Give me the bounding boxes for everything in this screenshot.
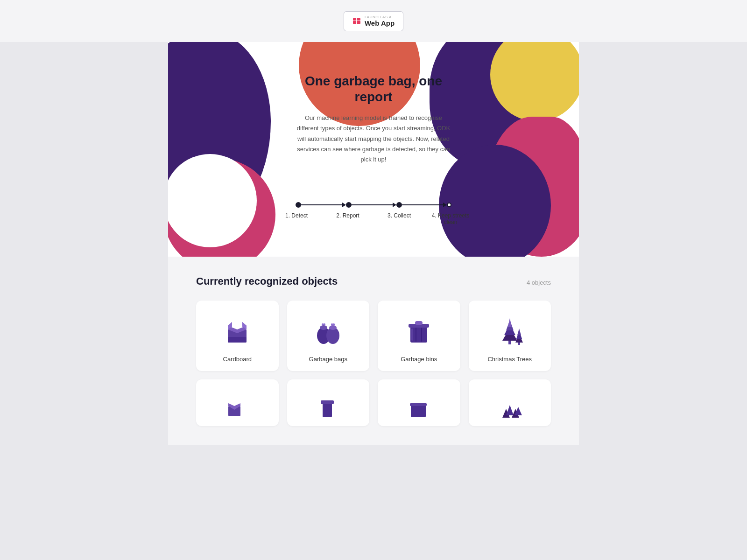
objects-grid: Cardboard: [196, 301, 551, 371]
hero-content: One garbage bag, one report Our machine …: [285, 55, 462, 202]
step-3-label: 3. Collect: [374, 212, 425, 219]
step-1-dot: [296, 202, 301, 208]
svg-marker-33: [517, 329, 521, 335]
svg-rect-21: [415, 321, 423, 325]
top-bar: LAUNCH AS A Web App: [0, 0, 747, 42]
christmas-trees-icon: [491, 312, 529, 349]
pwa-badge-label: LAUNCH AS A: [365, 15, 392, 19]
cardboard-icon: [218, 312, 256, 349]
svg-rect-10: [228, 337, 247, 343]
svg-marker-41: [506, 405, 514, 415]
object-card-cardboard: Cardboard: [196, 301, 279, 371]
hero-title: One garbage bag, one report: [294, 73, 453, 105]
svg-rect-1: [357, 18, 360, 21]
svg-point-14: [324, 323, 325, 325]
garbage-bins-label: Garbage bins: [401, 356, 437, 363]
step-2-dot: [346, 202, 352, 208]
cardboard-label: Cardboard: [223, 356, 252, 363]
hero-description: Our machine learning model is trained to…: [294, 113, 453, 164]
object-card-garbage-bags: Garbage bags: [287, 301, 370, 371]
garbage-bags-label: Garbage bags: [309, 356, 347, 363]
step-line-2: [352, 204, 394, 205]
object-card-partial-4: [469, 379, 551, 426]
section-header: Currently recognized objects 4 objects: [196, 275, 551, 287]
garbage-bins-icon: [400, 312, 437, 349]
step-4-dot: [447, 203, 451, 207]
object-card-christmas-trees: Christmas Trees: [469, 301, 551, 371]
svg-rect-24: [411, 329, 413, 341]
svg-point-16: [329, 325, 337, 330]
svg-rect-39: [410, 403, 427, 406]
hero-section: One garbage bag, one report Our machine …: [168, 42, 579, 257]
page-wrapper: LAUNCH AS A Web App One garbage bag, one…: [0, 0, 747, 560]
svg-rect-25: [508, 341, 511, 344]
christmas-trees-label: Christmas Trees: [487, 356, 532, 363]
objects-count: 4 objects: [527, 279, 551, 286]
step-line-1: [301, 204, 343, 205]
svg-rect-3: [357, 21, 360, 24]
svg-point-12: [320, 325, 327, 330]
svg-rect-36: [323, 402, 332, 417]
pwa-icon: [352, 17, 361, 25]
section-title: Currently recognized objects: [196, 275, 338, 287]
objects-grid-partial: [196, 379, 551, 426]
object-card-partial-1: [196, 379, 279, 426]
garbage-bags-icon: [310, 312, 347, 349]
svg-marker-29: [508, 318, 512, 327]
steps-container: 1. Detect 2. Report 3. Collect 4. Keep s…: [271, 202, 476, 244]
step-3-dot: [396, 202, 402, 208]
step-1-label: 1. Detect: [271, 212, 322, 219]
svg-rect-37: [321, 400, 334, 404]
web-app-button[interactable]: LAUNCH AS A Web App: [344, 11, 403, 31]
step-4-label: 4. Keep streets clean: [425, 212, 476, 225]
steps-labels: 1. Detect 2. Report 3. Collect 4. Keep s…: [271, 212, 476, 225]
steps-line: [296, 202, 451, 208]
step-line-3: [402, 204, 444, 205]
svg-rect-38: [411, 405, 426, 417]
svg-point-18: [333, 323, 335, 325]
step-2-label: 2. Report: [322, 212, 374, 219]
svg-rect-30: [518, 343, 520, 345]
object-card-garbage-bins: Garbage bins: [378, 301, 460, 371]
svg-rect-2: [353, 21, 356, 24]
svg-point-13: [322, 323, 324, 325]
svg-point-17: [331, 323, 333, 325]
object-card-partial-2: [287, 379, 370, 426]
object-card-partial-3: [378, 379, 460, 426]
web-app-label: Web App: [365, 19, 395, 27]
main-content: Currently recognized objects 4 objects: [168, 257, 579, 445]
svg-rect-0: [353, 18, 356, 21]
